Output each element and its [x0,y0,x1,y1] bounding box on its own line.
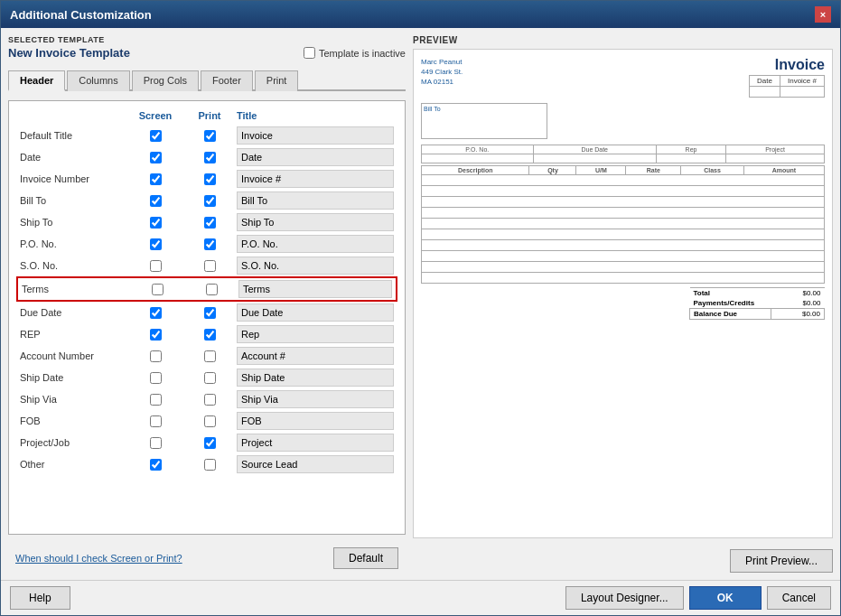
company-address2: MA 02151 [421,77,463,87]
po-label: P.O. No. [422,145,534,154]
field-row-so-no: S.O. No. [16,255,397,276]
field-row-po-no: P.O. No. [16,233,397,255]
class-header: Class [681,166,744,175]
field-row-due-date: Due Date [16,302,397,323]
field-row-bill-to: Bill To [16,190,397,211]
inactive-checkbox-label[interactable]: Template is inactive [304,47,406,59]
field-label-other: Other [20,459,128,470]
tab-header[interactable]: Header [8,70,65,91]
field-label-bill-to: Bill To [20,195,128,206]
company-address1: 449 Clark St. [421,67,463,77]
title-input-so-no[interactable] [237,257,394,275]
invoice-title-text: Invoice [749,57,825,73]
field-row-date: Date [16,146,397,168]
items-table: Description Qty U/M Rate Class Amount [421,165,825,284]
field-row-ship-via: Ship Via [16,388,397,410]
layout-designer-button[interactable]: Layout Designer... [565,586,684,610]
left-panel: SELECTED TEMPLATE New Invoice Template T… [8,35,406,573]
selected-template-label: SELECTED TEMPLATE [8,35,406,44]
footer-right: Layout Designer... OK Cancel [565,586,831,610]
title-input-project-job[interactable] [237,434,394,452]
bill-to-label: Bill To [424,106,545,112]
title-input-bill-to[interactable] [237,191,394,210]
desc-header: Description [422,166,529,175]
additional-customization-dialog: Additional Customization × SELECTED TEMP… [0,0,841,616]
title-input-rep[interactable] [237,325,394,343]
column-headers: Screen Print Title [16,108,397,123]
invoice-header: Marc Peanut 449 Clark St. MA 02151 Invoi… [421,57,825,98]
field-label-ship-via: Ship Via [20,394,128,405]
due-date-label: Due Date [533,145,656,154]
balance-amount: $0.00 [771,309,824,320]
field-label-po-no: P.O. No. [20,238,128,249]
close-button[interactable]: × [815,6,831,23]
invoice-date-table: Date Invoice # [749,75,825,98]
field-row-rep: REP [16,323,397,345]
title-input-ship-to[interactable] [237,213,394,231]
title-input-other[interactable] [237,455,394,473]
dialog-body: SELECTED TEMPLATE New Invoice Template T… [1,28,840,580]
bottom-bar: When should I check Screen or Print? Def… [8,544,406,573]
default-button[interactable]: Default [333,547,398,569]
field-row-terms: Terms [16,276,397,302]
title-input-fob[interactable] [237,412,394,430]
title-input-date[interactable] [237,148,394,166]
field-row-ship-to: Ship To [16,211,397,233]
field-label-invoice-number: Invoice Number [20,173,128,184]
invoice-num-value-cell [780,87,824,98]
title-input-po-no[interactable] [237,235,394,253]
help-button[interactable]: Help [10,586,70,610]
payments-amount: $0.00 [771,298,824,309]
tab-print[interactable]: Print [255,70,299,91]
screen-check-default-title[interactable] [128,130,182,142]
tabs-row: Header Columns Prog Cols Footer Print [8,69,406,91]
print-preview-button[interactable]: Print Preview... [730,549,833,573]
title-input-terms[interactable] [238,280,392,298]
totals-table: Total $0.00 Payments/Credits $0.00 Balan… [689,287,825,320]
dialog-titlebar: Additional Customization × [1,1,840,28]
totals-section: Total $0.00 Payments/Credits $0.00 Balan… [421,287,825,320]
field-label-terms: Terms [22,284,130,294]
tab-footer[interactable]: Footer [201,70,253,91]
amount-header: Amount [743,166,824,175]
inactive-checkbox[interactable] [304,47,315,59]
invoice-preview: Marc Peanut 449 Clark St. MA 02151 Invoi… [421,57,825,530]
field-row-invoice-number: Invoice Number [16,168,397,190]
rate-header: Rate [626,166,681,175]
total-amount: $0.00 [771,288,824,299]
field-label-ship-to: Ship To [20,217,128,228]
title-input-ship-date[interactable] [237,369,394,387]
field-label-so-no: S.O. No. [20,260,128,271]
cancel-button[interactable]: Cancel [767,586,831,610]
title-input-account-number[interactable] [237,347,394,365]
payments-label: Payments/Credits [690,298,771,309]
field-label-due-date: Due Date [20,307,128,318]
preview-area: Marc Peanut 449 Clark St. MA 02151 Invoi… [413,49,833,538]
print-check-default-title[interactable] [182,130,237,142]
help-link[interactable]: When should I check Screen or Print? [15,553,182,564]
field-label-account-number: Account Number [20,350,128,361]
title-input-default-title[interactable] [237,126,394,145]
tab-columns[interactable]: Columns [67,70,129,91]
ok-button[interactable]: OK [689,586,762,610]
title-input-ship-via[interactable] [237,390,394,408]
field-row-ship-date: Ship Date [16,367,397,388]
date-value-cell [750,87,780,98]
field-row-default-title: Default Title [16,125,397,146]
content-area: Screen Print Title Default Title Date [8,100,406,535]
qty-header: Qty [529,166,576,175]
footer-left: Help [10,586,70,610]
field-row-other: Other [16,453,397,475]
um-header: U/M [576,166,626,175]
company-name: Marc Peanut [421,57,463,67]
tab-prog-cols[interactable]: Prog Cols [132,70,199,91]
title-input-invoice-number[interactable] [237,170,394,188]
field-label-rep: REP [20,329,128,340]
template-name: New Invoice Template [8,46,130,60]
title-input-due-date[interactable] [237,303,394,322]
field-row-project-job: Project/Job [16,432,397,453]
field-row-account-number: Account Number [16,345,397,367]
dialog-footer: Help Layout Designer... OK Cancel [1,580,840,615]
po-row-table: P.O. No. Due Date Rep Project [421,145,825,163]
bill-to-box: Bill To [421,103,547,139]
